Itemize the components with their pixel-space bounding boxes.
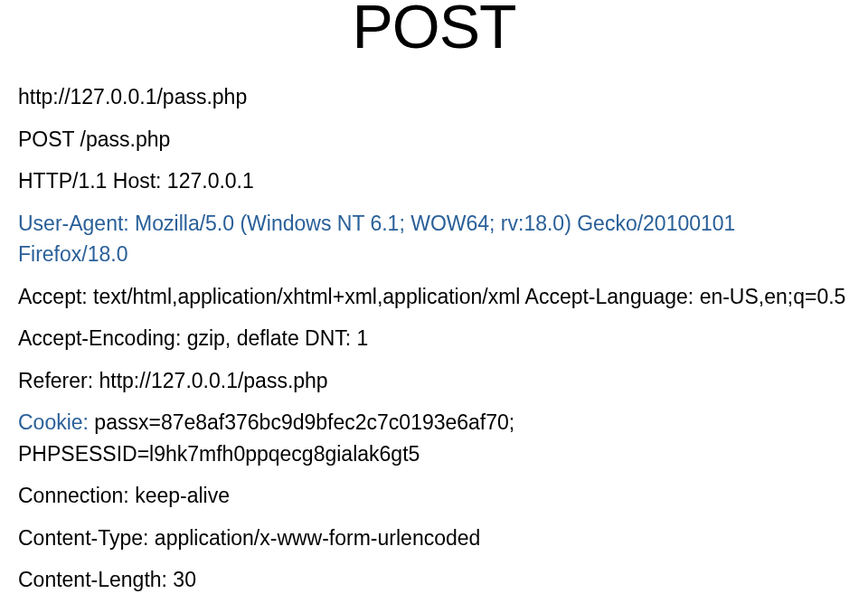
connection: Connection: keep-alive — [18, 480, 850, 512]
accept-encoding: Accept-Encoding: gzip, deflate DNT: 1 — [18, 323, 850, 354]
cookie-line: Cookie: passx=87e8af376bc9d9bfec2c7c0193… — [18, 407, 850, 469]
user-agent: User-Agent: Mozilla/5.0 (Windows NT 6.1;… — [18, 208, 850, 270]
title-heading: POST — [18, 0, 850, 61]
request-line: POST /pass.php — [18, 124, 850, 155]
cookie-value: passx=87e8af376bc9d9bfec2c7c0193e6af70; … — [18, 410, 514, 466]
accept-headers: Accept: text/html,application/xhtml+xml,… — [18, 281, 850, 313]
request-url: http://127.0.0.1/pass.php — [18, 81, 850, 113]
content-type: Content-Type: application/x-www-form-url… — [18, 523, 850, 554]
content-length: Content-Length: 30 — [18, 564, 850, 596]
referer: Referer: http://127.0.0.1/pass.php — [18, 365, 850, 397]
http-host: HTTP/1.1 Host: 127.0.0.1 — [18, 165, 850, 197]
cookie-label: Cookie: — [18, 410, 89, 434]
